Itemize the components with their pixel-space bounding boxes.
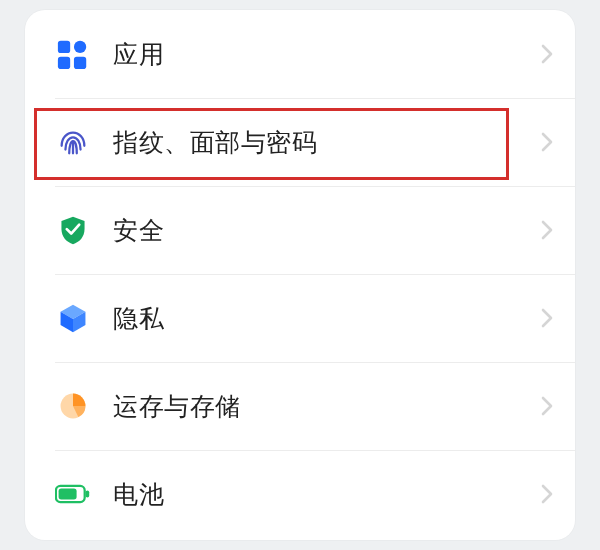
- battery-icon: [55, 476, 91, 512]
- apps-icon: [55, 36, 91, 72]
- settings-item-label: 隐私: [113, 302, 541, 335]
- settings-item-label: 电池: [113, 478, 541, 511]
- chevron-right-icon: [541, 308, 553, 328]
- settings-panel: 应用 指纹、面部与密码: [25, 10, 575, 540]
- settings-item-apps[interactable]: 应用: [25, 10, 575, 98]
- chevron-right-icon: [541, 44, 553, 64]
- chevron-right-icon: [541, 220, 553, 240]
- settings-item-privacy[interactable]: 隐私: [25, 274, 575, 362]
- settings-item-label: 安全: [113, 214, 541, 247]
- svg-rect-3: [74, 57, 86, 69]
- settings-item-biometric[interactable]: 指纹、面部与密码: [25, 98, 575, 186]
- settings-item-battery[interactable]: 电池: [25, 450, 575, 538]
- cube-icon: [55, 300, 91, 336]
- svg-rect-2: [58, 57, 70, 69]
- chevron-right-icon: [541, 396, 553, 416]
- svg-rect-10: [86, 490, 90, 497]
- settings-item-label: 应用: [113, 38, 541, 71]
- fingerprint-icon: [55, 124, 91, 160]
- pie-chart-icon: [55, 388, 91, 424]
- svg-rect-9: [59, 489, 77, 500]
- chevron-right-icon: [541, 484, 553, 504]
- settings-item-security[interactable]: 安全: [25, 186, 575, 274]
- svg-rect-0: [58, 41, 70, 53]
- svg-rect-1: [74, 41, 86, 53]
- settings-item-label: 指纹、面部与密码: [113, 126, 541, 159]
- chevron-right-icon: [541, 132, 553, 152]
- shield-check-icon: [55, 212, 91, 248]
- settings-item-storage[interactable]: 运存与存储: [25, 362, 575, 450]
- settings-item-label: 运存与存储: [113, 390, 541, 423]
